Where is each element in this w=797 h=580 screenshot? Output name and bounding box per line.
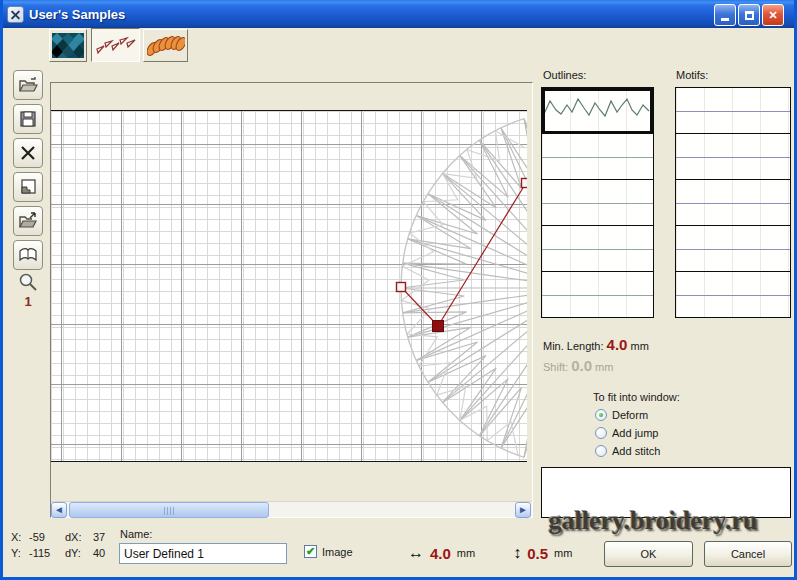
triangle-arrows-pattern-icon bbox=[95, 33, 137, 57]
app-icon bbox=[7, 6, 24, 23]
motif-row-3[interactable] bbox=[676, 226, 790, 272]
outline-row-1[interactable] bbox=[542, 134, 653, 180]
sample-line bbox=[542, 157, 653, 158]
image-checkbox[interactable]: ✔ bbox=[304, 545, 317, 558]
maximize-button[interactable] bbox=[738, 4, 760, 26]
radio-icon[interactable] bbox=[595, 427, 607, 439]
save-sample-button[interactable] bbox=[13, 104, 43, 134]
radio-label: Deform bbox=[612, 409, 648, 421]
close-button[interactable]: ✕ bbox=[762, 4, 784, 26]
design-overlay bbox=[51, 111, 527, 463]
height-arrow-icon: ↕ bbox=[513, 544, 521, 562]
delete-x-icon bbox=[20, 145, 36, 161]
motif-row-2[interactable] bbox=[676, 180, 790, 226]
image-checkbox-label: Image bbox=[322, 546, 353, 558]
motif-row-4[interactable] bbox=[676, 272, 790, 317]
dy-value: 40 bbox=[93, 547, 113, 563]
height-unit: mm bbox=[554, 547, 572, 559]
rope-pattern-icon bbox=[147, 34, 185, 58]
outlines-list[interactable] bbox=[541, 87, 654, 318]
radio-label: Add stitch bbox=[612, 445, 660, 457]
sample-line bbox=[542, 295, 653, 296]
outline-row-3[interactable] bbox=[542, 226, 653, 272]
sample-type-diamonds-button[interactable] bbox=[49, 29, 87, 62]
fit-option-add-jump[interactable]: Add jump bbox=[595, 427, 658, 439]
min-length-label: Min. Length: bbox=[543, 340, 604, 352]
sample-line bbox=[676, 157, 790, 158]
export-sample-button[interactable] bbox=[13, 206, 43, 236]
open-book-icon bbox=[18, 247, 38, 264]
stitch-node-filled[interactable] bbox=[433, 321, 444, 332]
shift-row: Shift: 0.0 mm bbox=[543, 357, 613, 374]
stitch-node-hollow[interactable] bbox=[397, 283, 406, 292]
contour-properties-button[interactable] bbox=[13, 172, 43, 202]
window-title: User's Samples bbox=[29, 7, 125, 22]
shift-value: 0.0 bbox=[571, 357, 592, 374]
contour-shape-icon bbox=[19, 178, 37, 196]
motifs-list[interactable] bbox=[675, 87, 791, 318]
sample-line bbox=[676, 203, 790, 204]
magnifier-icon[interactable] bbox=[17, 272, 39, 292]
radio-label: Add jump bbox=[612, 427, 658, 439]
radio-icon[interactable] bbox=[595, 445, 607, 457]
radio-icon[interactable] bbox=[595, 409, 607, 421]
delete-sample-button[interactable] bbox=[13, 138, 43, 168]
design-grid[interactable] bbox=[51, 110, 527, 462]
sample-type-triangles-button[interactable] bbox=[91, 28, 140, 62]
min-length-value[interactable]: 4.0 bbox=[607, 336, 628, 353]
outline-row-4[interactable] bbox=[542, 272, 653, 317]
sample-line bbox=[542, 203, 653, 204]
dy-label: dY: bbox=[65, 547, 91, 563]
width-arrow-icon: ↔ bbox=[408, 544, 424, 562]
sample-line bbox=[676, 111, 790, 112]
fit-option-add-stitch[interactable]: Add stitch bbox=[595, 445, 660, 457]
x-label: X: bbox=[11, 531, 27, 547]
height-value[interactable]: 0.5 bbox=[527, 545, 548, 562]
minimize-icon bbox=[721, 18, 729, 21]
export-folder-icon bbox=[18, 212, 38, 230]
ok-button[interactable]: OK bbox=[604, 541, 693, 567]
motifs-label: Motifs: bbox=[676, 69, 708, 81]
name-label: Name: bbox=[120, 528, 152, 540]
y-value: -115 bbox=[29, 547, 63, 563]
coordinate-status: X: -59 dX: 37 Y: -115 dY: 40 bbox=[11, 531, 113, 563]
motif-row-0[interactable] bbox=[676, 88, 790, 134]
cancel-button[interactable]: Cancel bbox=[704, 541, 792, 567]
motif-row-1[interactable] bbox=[676, 134, 790, 180]
open-sample-button[interactable] bbox=[13, 70, 43, 100]
y-label: Y: bbox=[11, 547, 27, 563]
horizontal-scrollbar[interactable]: ◄ ► bbox=[51, 501, 532, 517]
design-canvas-panel: ◄ ► bbox=[50, 82, 533, 518]
open-folder-icon bbox=[18, 76, 38, 94]
sample-type-rope-button[interactable] bbox=[143, 29, 188, 62]
sample-line bbox=[676, 249, 790, 250]
sample-library-button[interactable] bbox=[13, 240, 43, 270]
scroll-left-button[interactable]: ◄ bbox=[51, 502, 67, 518]
minimize-button[interactable] bbox=[714, 4, 736, 26]
watermark-text: gallery.broidery.ru bbox=[543, 506, 763, 536]
width-value[interactable]: 4.0 bbox=[430, 545, 451, 562]
sample-dimensions: ↔ 4.0 mm ↕ 0.5 mm bbox=[408, 544, 572, 562]
fit-option-deform[interactable]: Deform bbox=[595, 409, 648, 421]
scroll-right-icon: ► bbox=[518, 505, 528, 515]
name-input[interactable] bbox=[119, 543, 287, 564]
scroll-right-button[interactable]: ► bbox=[515, 502, 531, 518]
sample-line bbox=[676, 295, 790, 296]
diamond-pattern-icon bbox=[52, 33, 84, 58]
shift-unit: mm bbox=[595, 361, 613, 373]
x-value: -59 bbox=[29, 531, 63, 547]
outlines-label: Outlines: bbox=[543, 69, 586, 81]
width-unit: mm bbox=[457, 547, 475, 559]
zoom-level-label: 1 bbox=[14, 294, 42, 309]
outline-row-2[interactable] bbox=[542, 180, 653, 226]
dx-label: dX: bbox=[65, 531, 91, 547]
outline-row-0[interactable] bbox=[542, 88, 653, 134]
maximize-icon bbox=[745, 11, 754, 20]
fit-group-label: To fit into window: bbox=[593, 391, 680, 403]
stitch-node-hollow[interactable] bbox=[522, 179, 528, 188]
dx-value: 37 bbox=[93, 531, 113, 547]
title-bar[interactable]: User's Samples ✕ bbox=[0, 0, 797, 28]
users-samples-dialog: User's Samples ✕ bbox=[0, 0, 797, 580]
selected-zigzag-sample bbox=[542, 88, 651, 128]
scrollbar-thumb[interactable] bbox=[69, 502, 269, 518]
